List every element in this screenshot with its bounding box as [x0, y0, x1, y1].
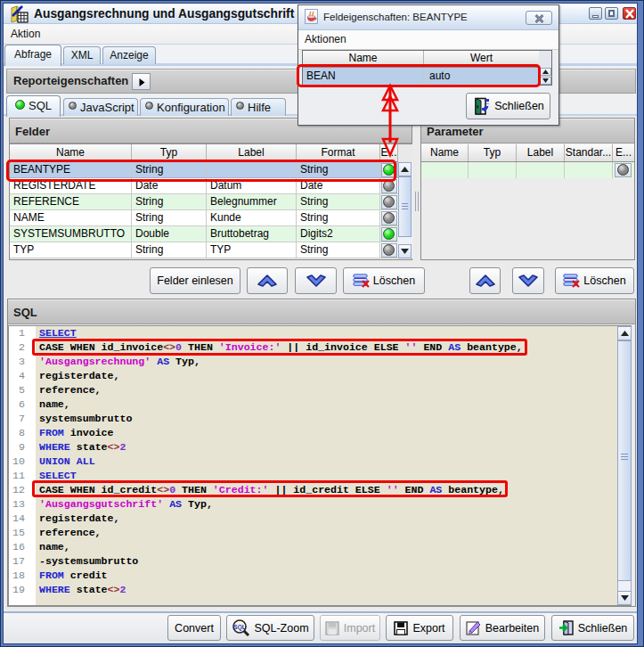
- svg-text:SQL: SQL: [234, 624, 246, 631]
